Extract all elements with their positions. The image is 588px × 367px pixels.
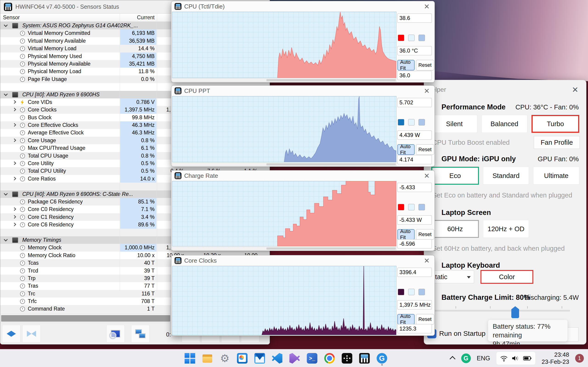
sensor-min-fragment: 1, [161, 244, 171, 251]
chevron-expanded-icon[interactable] [4, 92, 8, 96]
scrollbar-thumb[interactable] [1, 315, 170, 322]
ghelper-button-standard[interactable]: Standard [483, 167, 529, 185]
taskbar-icon-photos-app[interactable] [237, 353, 248, 364]
grid-color-swatch[interactable] [418, 289, 425, 295]
reset-button[interactable]: Reset [416, 314, 434, 325]
chevron-collapsed-icon[interactable] [13, 223, 16, 226]
auto-fit-button[interactable]: Auto Fit [397, 60, 415, 70]
ghelper-button-eco[interactable]: Eco [431, 167, 479, 185]
graph-titlebar[interactable]: Charge Rate [171, 170, 435, 181]
close-icon[interactable]: ✕ [423, 2, 431, 10]
expand-columns-button[interactable] [2, 325, 20, 343]
keyboard-color-button[interactable]: Color [481, 270, 533, 284]
cpu-fan-status: CPU: 36°C - Fan: 0% [515, 103, 579, 111]
sensor-current-value: 0.5 % [120, 160, 156, 167]
chevron-expanded-icon[interactable] [4, 192, 8, 195]
graph-titlebar[interactable]: CPU (Tctl/Tdie) [171, 1, 435, 12]
graph-plot[interactable] [172, 266, 397, 335]
graph-title: Charge Rate [184, 172, 218, 179]
taskbar-icon-mail[interactable] [254, 353, 265, 364]
ghelper-button-ultimate[interactable]: Ultimate [533, 167, 579, 185]
taskbar-icon-visual-studio[interactable] [289, 353, 300, 364]
close-icon[interactable]: ✕ [423, 257, 431, 265]
ghelper-button-balanced[interactable]: Balanced [481, 115, 527, 133]
chevron-collapsed-icon[interactable] [13, 100, 16, 104]
taskbar-icon-hwinfo[interactable] [359, 353, 370, 364]
chevron-collapsed-icon[interactable] [13, 207, 16, 211]
grammarly-tray-icon[interactable]: G [461, 353, 471, 363]
notification-badge[interactable]: 1 [575, 354, 584, 363]
grid-color-swatch[interactable] [418, 204, 425, 210]
series-color-swatch[interactable] [398, 35, 404, 41]
sensor-label: Tras [28, 282, 38, 290]
reset-button[interactable]: Reset [416, 144, 434, 155]
graph-scrollbar[interactable] [172, 78, 397, 82]
taskbar-icon-g-helper[interactable]: G [377, 353, 387, 364]
chevron-collapsed-icon[interactable] [13, 123, 16, 127]
ghelper-button-120hz-od[interactable]: 120Hz + OD [483, 220, 529, 238]
chevron-collapsed-icon[interactable] [13, 161, 16, 165]
column-sensor[interactable]: Sensor [3, 15, 20, 21]
scrollbar-thumb[interactable] [267, 79, 396, 81]
auto-fit-button[interactable]: Auto Fit [397, 229, 415, 240]
clock[interactable]: 23:48 23-Feb-23 [542, 351, 569, 365]
sensor-label: CPU [#0]: AMD Ryzen 9 6900HS: C-State Re… [22, 190, 133, 198]
taskbar-icon-chrome[interactable] [324, 353, 335, 364]
taskbar-icon-file-explorer[interactable] [202, 353, 213, 364]
chevron-collapsed-icon[interactable] [13, 139, 16, 142]
graph-plot[interactable] [172, 96, 397, 162]
auto-fit-button[interactable]: Auto Fit [397, 314, 415, 325]
series-color-swatch[interactable] [398, 119, 404, 125]
graph-titlebar[interactable]: Core Clocks [171, 255, 435, 266]
ghelper-button-silent[interactable]: Silent [431, 115, 477, 133]
reset-button[interactable]: Reset [416, 60, 434, 70]
graph-plot[interactable] [172, 181, 397, 246]
close-icon[interactable]: ✕ [423, 87, 431, 95]
fan-profile-button[interactable]: Fan Profile [534, 136, 580, 149]
monitor-search-button[interactable] [106, 325, 125, 343]
language-indicator[interactable]: ENG [477, 355, 490, 362]
series-color-swatch[interactable] [398, 204, 404, 210]
sensor-label: Virtual Memory Committed [28, 29, 90, 37]
background-color-swatch[interactable] [408, 35, 415, 41]
close-icon[interactable]: ✕ [571, 85, 580, 94]
graph-buttons: Auto FitReset [397, 60, 434, 70]
taskbar-icon-powershell[interactable]: >_ [307, 353, 317, 364]
slider-thumb[interactable] [511, 306, 519, 318]
graph-titlebar[interactable]: CPU PPT [171, 85, 435, 96]
graph-plot[interactable] [172, 12, 397, 78]
taskbar-icon-start[interactable] [185, 353, 195, 364]
ghelper-button-60hz[interactable]: 60Hz [431, 220, 479, 238]
grid-color-swatch[interactable] [418, 35, 425, 41]
sensor-label: Physical Memory Used [28, 52, 82, 60]
taskbar-icon-vscode[interactable] [272, 353, 283, 364]
reset-button[interactable]: Reset [416, 229, 434, 240]
graph-scrollbar[interactable] [172, 247, 397, 250]
graph-scrollbar[interactable] [172, 163, 397, 166]
background-color-swatch[interactable] [408, 289, 415, 295]
taskbar: ⚙>_G G ENG [0, 349, 588, 367]
grid-color-swatch[interactable] [418, 119, 425, 125]
tray-chevron-up-icon[interactable] [450, 356, 455, 362]
column-current[interactable]: Current [120, 15, 155, 21]
ghelper-button-turbo[interactable]: Turbo [531, 115, 579, 133]
background-color-swatch[interactable] [408, 204, 415, 210]
scrollbar-thumb[interactable] [267, 248, 396, 250]
chevron-collapsed-icon[interactable] [13, 108, 16, 111]
scrollbar-thumb[interactable] [267, 163, 396, 165]
taskbar-icon-settings[interactable]: ⚙ [220, 353, 230, 364]
chevron-collapsed-icon[interactable] [13, 177, 16, 181]
auto-fit-button[interactable]: Auto Fit [397, 144, 415, 155]
background-color-swatch[interactable] [408, 119, 415, 125]
chevron-expanded-icon[interactable] [4, 237, 8, 241]
close-icon[interactable]: ✕ [423, 172, 431, 180]
battery-limit-slider[interactable] [427, 310, 570, 311]
chevron-expanded-icon[interactable] [4, 23, 8, 27]
taskbar-icon-terminal[interactable] [342, 353, 352, 364]
quick-settings[interactable] [496, 352, 536, 365]
clock-icon [20, 207, 25, 212]
chevron-collapsed-icon[interactable] [13, 215, 16, 219]
series-color-swatch[interactable] [398, 289, 404, 295]
collapse-columns-button[interactable] [22, 325, 41, 343]
remote-monitoring-button[interactable] [131, 325, 149, 343]
